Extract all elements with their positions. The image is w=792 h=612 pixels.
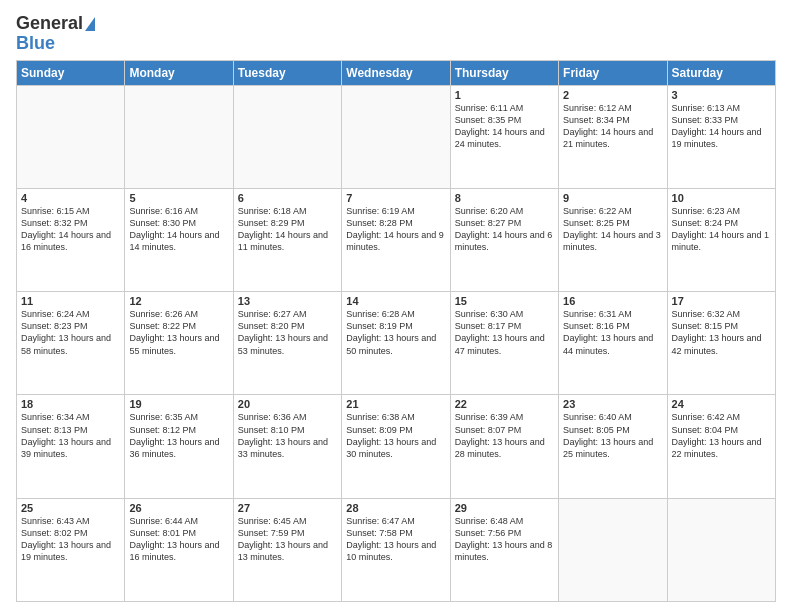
calendar-day-header: Tuesday: [233, 60, 341, 85]
day-info: Sunrise: 6:43 AM Sunset: 8:02 PM Dayligh…: [21, 515, 120, 564]
day-info: Sunrise: 6:45 AM Sunset: 7:59 PM Dayligh…: [238, 515, 337, 564]
day-number: 12: [129, 295, 228, 307]
day-number: 20: [238, 398, 337, 410]
calendar-cell: [559, 498, 667, 601]
calendar-cell: [342, 85, 450, 188]
logo-line2: Blue: [16, 34, 55, 54]
day-info: Sunrise: 6:35 AM Sunset: 8:12 PM Dayligh…: [129, 411, 228, 460]
day-info: Sunrise: 6:24 AM Sunset: 8:23 PM Dayligh…: [21, 308, 120, 357]
day-number: 11: [21, 295, 120, 307]
day-info: Sunrise: 6:11 AM Sunset: 8:35 PM Dayligh…: [455, 102, 554, 151]
calendar-week-row: 11Sunrise: 6:24 AM Sunset: 8:23 PM Dayli…: [17, 292, 776, 395]
day-number: 19: [129, 398, 228, 410]
day-info: Sunrise: 6:36 AM Sunset: 8:10 PM Dayligh…: [238, 411, 337, 460]
calendar-cell: [125, 85, 233, 188]
calendar-cell: 11Sunrise: 6:24 AM Sunset: 8:23 PM Dayli…: [17, 292, 125, 395]
calendar-cell: 6Sunrise: 6:18 AM Sunset: 8:29 PM Daylig…: [233, 188, 341, 291]
day-number: 5: [129, 192, 228, 204]
calendar-cell: 10Sunrise: 6:23 AM Sunset: 8:24 PM Dayli…: [667, 188, 775, 291]
day-number: 9: [563, 192, 662, 204]
calendar-week-row: 4Sunrise: 6:15 AM Sunset: 8:32 PM Daylig…: [17, 188, 776, 291]
calendar-cell: 29Sunrise: 6:48 AM Sunset: 7:56 PM Dayli…: [450, 498, 558, 601]
calendar-cell: 16Sunrise: 6:31 AM Sunset: 8:16 PM Dayli…: [559, 292, 667, 395]
calendar-cell: 5Sunrise: 6:16 AM Sunset: 8:30 PM Daylig…: [125, 188, 233, 291]
logo-line1: General: [16, 14, 95, 34]
calendar-header-row: SundayMondayTuesdayWednesdayThursdayFrid…: [17, 60, 776, 85]
day-number: 7: [346, 192, 445, 204]
day-number: 28: [346, 502, 445, 514]
day-info: Sunrise: 6:34 AM Sunset: 8:13 PM Dayligh…: [21, 411, 120, 460]
day-info: Sunrise: 6:48 AM Sunset: 7:56 PM Dayligh…: [455, 515, 554, 564]
logo: General Blue: [16, 10, 95, 54]
calendar-cell: 23Sunrise: 6:40 AM Sunset: 8:05 PM Dayli…: [559, 395, 667, 498]
day-info: Sunrise: 6:19 AM Sunset: 8:28 PM Dayligh…: [346, 205, 445, 254]
calendar-cell: 8Sunrise: 6:20 AM Sunset: 8:27 PM Daylig…: [450, 188, 558, 291]
day-number: 16: [563, 295, 662, 307]
day-number: 17: [672, 295, 771, 307]
day-info: Sunrise: 6:47 AM Sunset: 7:58 PM Dayligh…: [346, 515, 445, 564]
calendar-cell: 1Sunrise: 6:11 AM Sunset: 8:35 PM Daylig…: [450, 85, 558, 188]
calendar-cell: 9Sunrise: 6:22 AM Sunset: 8:25 PM Daylig…: [559, 188, 667, 291]
day-info: Sunrise: 6:18 AM Sunset: 8:29 PM Dayligh…: [238, 205, 337, 254]
day-info: Sunrise: 6:22 AM Sunset: 8:25 PM Dayligh…: [563, 205, 662, 254]
day-number: 24: [672, 398, 771, 410]
day-info: Sunrise: 6:27 AM Sunset: 8:20 PM Dayligh…: [238, 308, 337, 357]
day-info: Sunrise: 6:30 AM Sunset: 8:17 PM Dayligh…: [455, 308, 554, 357]
day-info: Sunrise: 6:15 AM Sunset: 8:32 PM Dayligh…: [21, 205, 120, 254]
day-info: Sunrise: 6:23 AM Sunset: 8:24 PM Dayligh…: [672, 205, 771, 254]
calendar-cell: 4Sunrise: 6:15 AM Sunset: 8:32 PM Daylig…: [17, 188, 125, 291]
calendar-cell: 26Sunrise: 6:44 AM Sunset: 8:01 PM Dayli…: [125, 498, 233, 601]
calendar-day-header: Wednesday: [342, 60, 450, 85]
logo-text-general: General: [16, 14, 83, 34]
day-number: 25: [21, 502, 120, 514]
calendar-cell: 12Sunrise: 6:26 AM Sunset: 8:22 PM Dayli…: [125, 292, 233, 395]
calendar-day-header: Saturday: [667, 60, 775, 85]
calendar-day-header: Monday: [125, 60, 233, 85]
calendar-cell: 27Sunrise: 6:45 AM Sunset: 7:59 PM Dayli…: [233, 498, 341, 601]
day-number: 6: [238, 192, 337, 204]
day-number: 2: [563, 89, 662, 101]
calendar-cell: 17Sunrise: 6:32 AM Sunset: 8:15 PM Dayli…: [667, 292, 775, 395]
header: General Blue: [16, 10, 776, 54]
calendar-cell: [17, 85, 125, 188]
calendar-cell: [667, 498, 775, 601]
calendar-cell: 18Sunrise: 6:34 AM Sunset: 8:13 PM Dayli…: [17, 395, 125, 498]
calendar-cell: [233, 85, 341, 188]
calendar-day-header: Friday: [559, 60, 667, 85]
calendar-cell: 24Sunrise: 6:42 AM Sunset: 8:04 PM Dayli…: [667, 395, 775, 498]
calendar-week-row: 25Sunrise: 6:43 AM Sunset: 8:02 PM Dayli…: [17, 498, 776, 601]
day-info: Sunrise: 6:38 AM Sunset: 8:09 PM Dayligh…: [346, 411, 445, 460]
day-number: 3: [672, 89, 771, 101]
calendar-cell: 19Sunrise: 6:35 AM Sunset: 8:12 PM Dayli…: [125, 395, 233, 498]
calendar-cell: 15Sunrise: 6:30 AM Sunset: 8:17 PM Dayli…: [450, 292, 558, 395]
day-number: 14: [346, 295, 445, 307]
day-info: Sunrise: 6:39 AM Sunset: 8:07 PM Dayligh…: [455, 411, 554, 460]
calendar-cell: 13Sunrise: 6:27 AM Sunset: 8:20 PM Dayli…: [233, 292, 341, 395]
day-info: Sunrise: 6:40 AM Sunset: 8:05 PM Dayligh…: [563, 411, 662, 460]
day-number: 27: [238, 502, 337, 514]
calendar-day-header: Thursday: [450, 60, 558, 85]
day-number: 29: [455, 502, 554, 514]
day-info: Sunrise: 6:20 AM Sunset: 8:27 PM Dayligh…: [455, 205, 554, 254]
day-info: Sunrise: 6:26 AM Sunset: 8:22 PM Dayligh…: [129, 308, 228, 357]
day-info: Sunrise: 6:12 AM Sunset: 8:34 PM Dayligh…: [563, 102, 662, 151]
calendar-cell: 14Sunrise: 6:28 AM Sunset: 8:19 PM Dayli…: [342, 292, 450, 395]
logo-text-blue: Blue: [16, 34, 55, 54]
calendar-week-row: 1Sunrise: 6:11 AM Sunset: 8:35 PM Daylig…: [17, 85, 776, 188]
calendar-cell: 2Sunrise: 6:12 AM Sunset: 8:34 PM Daylig…: [559, 85, 667, 188]
day-info: Sunrise: 6:42 AM Sunset: 8:04 PM Dayligh…: [672, 411, 771, 460]
day-number: 1: [455, 89, 554, 101]
logo-triangle-icon: [85, 17, 95, 31]
day-number: 22: [455, 398, 554, 410]
calendar-week-row: 18Sunrise: 6:34 AM Sunset: 8:13 PM Dayli…: [17, 395, 776, 498]
day-number: 26: [129, 502, 228, 514]
day-number: 23: [563, 398, 662, 410]
calendar-cell: 7Sunrise: 6:19 AM Sunset: 8:28 PM Daylig…: [342, 188, 450, 291]
calendar-day-header: Sunday: [17, 60, 125, 85]
calendar-cell: 21Sunrise: 6:38 AM Sunset: 8:09 PM Dayli…: [342, 395, 450, 498]
page: General Blue SundayMondayTuesdayWednesda…: [0, 0, 792, 612]
day-number: 10: [672, 192, 771, 204]
day-number: 15: [455, 295, 554, 307]
calendar-cell: 22Sunrise: 6:39 AM Sunset: 8:07 PM Dayli…: [450, 395, 558, 498]
calendar-table: SundayMondayTuesdayWednesdayThursdayFrid…: [16, 60, 776, 602]
